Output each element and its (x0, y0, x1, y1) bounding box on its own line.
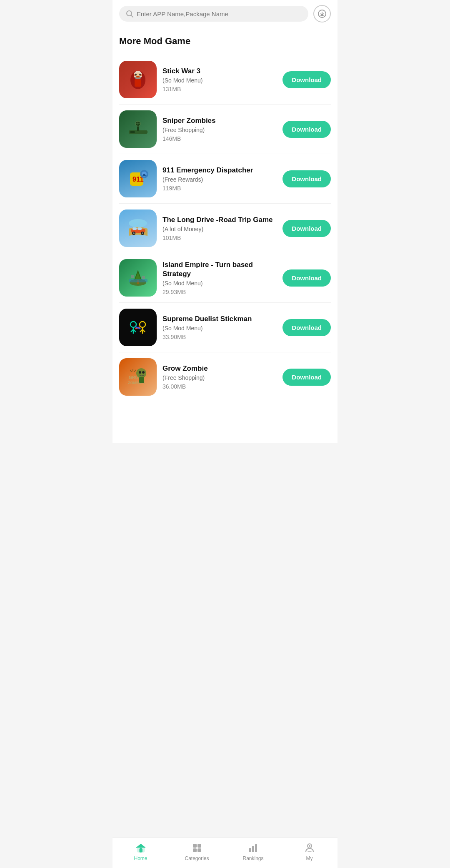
svg-rect-31 (138, 227, 142, 230)
game-size: 101MB (162, 234, 277, 241)
main-content: More Mod Game Stick War 3 (So Mod Menu) … (112, 27, 338, 443)
download-button[interactable]: Download (282, 269, 331, 287)
game-item: 911 911 Emergency Dispatcher (Free Rewar… (119, 154, 331, 204)
game-name: 911 Emergency Dispatcher (162, 166, 277, 175)
nav-label-my: My (306, 856, 313, 861)
home-icon (135, 842, 147, 854)
svg-point-12 (139, 73, 141, 75)
game-item: Sniper Zombies (Free Shopping) 146MB Dow… (119, 105, 331, 154)
svg-rect-56 (139, 377, 144, 383)
bottom-nav: Home Categories Rankings (112, 838, 338, 868)
game-icon (119, 210, 157, 247)
game-icon: 911 (119, 160, 157, 197)
svg-point-44 (140, 322, 145, 327)
game-size: 119MB (162, 185, 277, 192)
svg-point-24 (129, 219, 147, 227)
game-info: Grow Zombie (Free Shopping) 36.00MB (162, 364, 277, 390)
svg-rect-18 (130, 131, 135, 133)
svg-line-1 (131, 15, 133, 17)
game-item: GROW ZOMBIES Grow Zombie (Free Shopping)… (119, 352, 331, 402)
svg-rect-62 (140, 848, 142, 852)
svg-rect-69 (255, 844, 257, 852)
game-size: 146MB (162, 135, 277, 142)
download-button[interactable]: Download (282, 220, 331, 237)
game-name: Stick War 3 (162, 67, 277, 76)
nav-item-my[interactable]: My (281, 842, 338, 861)
svg-rect-37 (129, 279, 148, 282)
game-size: 33.90MB (162, 334, 277, 340)
game-item: Island Empire - Turn based Strategy (So … (119, 253, 331, 303)
game-info: The Long Drive -Road Trip Game (A lot of… (162, 215, 277, 241)
svg-rect-68 (252, 846, 254, 852)
game-item: The Long Drive -Road Trip Game (A lot of… (119, 204, 331, 253)
game-mod: (So Mod Menu) (162, 280, 277, 287)
game-name: Island Empire - Turn based Strategy (162, 260, 277, 279)
svg-point-27 (133, 232, 135, 234)
svg-point-54 (139, 371, 141, 374)
game-icon: GROW ZOMBIES (119, 358, 157, 396)
game-mod: (Free Shopping) (162, 127, 277, 133)
svg-rect-65 (193, 848, 197, 852)
svg-point-29 (142, 232, 143, 234)
game-name: Grow Zombie (162, 364, 277, 373)
game-size: 131MB (162, 86, 277, 92)
download-button[interactable]: Download (282, 121, 331, 138)
svg-rect-10 (136, 76, 140, 77)
game-mod: (Free Rewards) (162, 176, 277, 183)
svg-point-55 (142, 371, 145, 374)
nav-label-home: Home (134, 856, 147, 861)
nav-label-rankings: Rankings (242, 856, 263, 861)
game-icon (119, 259, 157, 297)
game-icon (119, 110, 157, 148)
game-mod: (Free Shopping) (162, 374, 277, 381)
game-info: Island Empire - Turn based Strategy (So … (162, 260, 277, 295)
search-bar (112, 0, 338, 27)
nav-item-rankings[interactable]: Rankings (225, 842, 281, 861)
svg-point-71 (309, 845, 310, 847)
svg-point-53 (136, 368, 146, 378)
svg-rect-67 (249, 848, 251, 852)
download-button[interactable]: Download (282, 170, 331, 187)
svg-rect-63 (193, 844, 197, 848)
game-icon (119, 309, 157, 346)
game-mod: (A lot of Money) (162, 226, 277, 232)
svg-rect-6 (135, 79, 141, 87)
game-size: 29.93MB (162, 289, 277, 295)
search-icon (126, 10, 133, 17)
game-mod: (So Mod Menu) (162, 325, 277, 332)
game-item: Stick War 3 (So Mod Menu) 131MB Download (119, 55, 331, 105)
game-info: 911 Emergency Dispatcher (Free Rewards) … (162, 166, 277, 192)
categories-icon (191, 842, 203, 854)
svg-point-0 (127, 11, 132, 16)
svg-rect-30 (132, 227, 137, 230)
game-size: 36.00MB (162, 383, 277, 390)
game-name: Sniper Zombies (162, 116, 277, 125)
download-circle-icon (318, 9, 327, 18)
search-wrapper (119, 6, 308, 22)
header-download-icon-btn[interactable] (313, 5, 331, 22)
nav-item-home[interactable]: Home (112, 842, 169, 861)
search-input[interactable] (137, 10, 302, 17)
game-icon (119, 61, 157, 98)
svg-point-11 (135, 73, 137, 75)
download-button[interactable]: Download (282, 319, 331, 336)
svg-rect-66 (198, 848, 201, 852)
my-icon (304, 842, 315, 854)
section-title: More Mod Game (119, 36, 331, 47)
svg-rect-39 (142, 276, 145, 279)
game-name: Supreme Duelist Stickman (162, 314, 277, 324)
game-info: Supreme Duelist Stickman (So Mod Menu) 3… (162, 314, 277, 340)
game-list: Stick War 3 (So Mod Menu) 131MB Download… (119, 55, 331, 402)
nav-label-categories: Categories (185, 856, 209, 861)
game-info: Sniper Zombies (Free Shopping) 146MB (162, 116, 277, 142)
svg-rect-38 (131, 275, 134, 278)
game-mod: (So Mod Menu) (162, 77, 277, 84)
game-info: Stick War 3 (So Mod Menu) 131MB (162, 67, 277, 92)
game-name: The Long Drive -Road Trip Game (162, 215, 277, 224)
download-button[interactable]: Download (282, 369, 331, 386)
nav-item-categories[interactable]: Categories (169, 842, 225, 861)
download-button[interactable]: Download (282, 71, 331, 88)
game-item: Supreme Duelist Stickman (So Mod Menu) 3… (119, 303, 331, 352)
svg-point-40 (130, 322, 136, 327)
svg-rect-64 (198, 844, 201, 848)
